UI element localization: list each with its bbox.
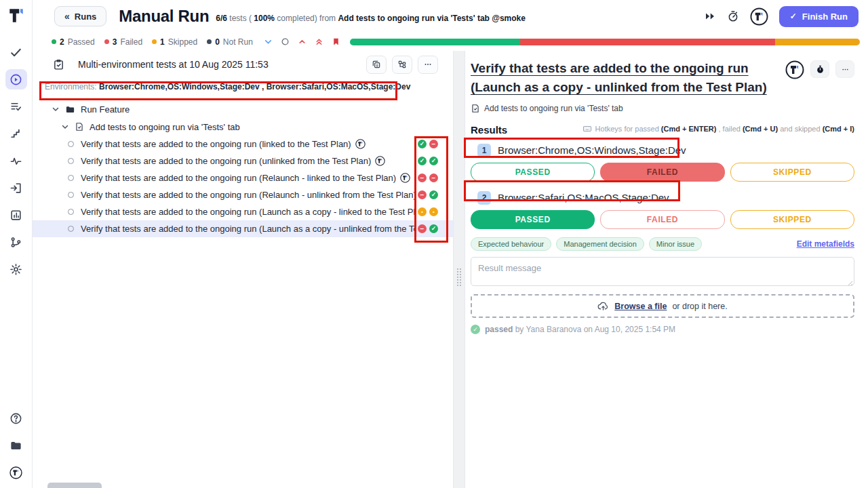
test-row[interactable]: Verify that tests are added to the ongoi… <box>33 169 453 186</box>
top-header: « Runs Manual Run 6/6 tests ( 100% compl… <box>33 0 868 33</box>
env-status-pair <box>418 174 438 182</box>
result-message-input[interactable] <box>471 257 854 286</box>
chevron-up-icon[interactable] <box>298 37 307 46</box>
feature-label: Run Feature <box>81 104 130 115</box>
test-row[interactable]: Verify that tests are added to the ongoi… <box>33 186 453 203</box>
suite-doc-icon <box>471 104 480 113</box>
test-row[interactable]: Verify that tests are added to the ongoi… <box>33 152 453 169</box>
more-options-button[interactable] <box>835 60 854 78</box>
chevron-down-icon[interactable] <box>61 123 69 131</box>
failed-status-icon <box>418 190 427 199</box>
environment-result-2: 2 Browser:Safari,OS:MacOS,Stage:Dev <box>471 188 854 207</box>
tag-expected-behaviour[interactable]: Expected behaviour <box>471 237 551 251</box>
env-number-badge: 1 <box>477 144 491 157</box>
stopwatch-button[interactable] <box>810 60 829 78</box>
skipped-button-env1[interactable]: SKIPPED <box>730 163 854 182</box>
back-to-runs-button[interactable]: « Runs <box>54 6 106 26</box>
testomat-badge-icon <box>375 156 385 166</box>
file-dropzone[interactable]: Browse a file or drop it here. <box>471 294 854 318</box>
chevron-down-icon[interactable] <box>264 37 273 46</box>
env-name: Browser:Safari,OS:MacOS,Stage:Dev <box>498 192 669 203</box>
passed-button-env1[interactable]: PASSED <box>471 163 595 182</box>
failed-button-env1-selected[interactable]: FAILED <box>600 163 724 182</box>
test-detail-title[interactable]: Verify that tests are added to the ongoi… <box>471 59 785 97</box>
page-title: Manual Run <box>119 7 209 26</box>
tag-minor-issue[interactable]: Minor issue <box>649 237 702 251</box>
sidebar-item-branches[interactable] <box>5 232 27 252</box>
splitter-drag-handle-icon[interactable] <box>456 268 462 287</box>
avatar-logo-icon[interactable] <box>5 462 27 483</box>
tree-feature-row[interactable]: Run Feature <box>33 100 453 118</box>
test-bullet-icon <box>68 226 74 232</box>
passed-dot-icon <box>52 39 56 44</box>
failed-status-icon <box>418 174 427 182</box>
circle-icon[interactable] <box>281 37 290 46</box>
tag-management-decision[interactable]: Management decision <box>556 237 644 251</box>
sidebar-item-steps[interactable] <box>5 123 27 144</box>
passed-status-icon <box>429 224 438 233</box>
run-source: Add tests to ongoing run via 'Tests' tab… <box>338 14 526 23</box>
skipped-button-env2[interactable]: SKIPPED <box>730 210 854 229</box>
status-summary-row: 2Passed 3Failed 1Skipped 0Not Run <box>33 33 868 51</box>
test-bullet-icon <box>68 141 74 147</box>
back-chevrons-icon: « <box>64 11 70 22</box>
progress-skipped-segment <box>775 39 860 45</box>
help-icon[interactable] <box>5 408 27 428</box>
edit-metafields-link[interactable]: Edit metafields <box>797 239 854 249</box>
browse-file-link[interactable]: Browse a file <box>614 302 667 311</box>
testomat-badge-icon[interactable] <box>785 60 804 79</box>
sidebar-item-settings[interactable] <box>5 259 27 279</box>
passed-button-env2-selected[interactable]: PASSED <box>471 210 595 229</box>
history-byline: by Yana Baranova on Aug 10, 2025 1:54 PM <box>513 325 675 334</box>
tests-count: 6/6 <box>216 14 227 23</box>
double-chevron-up-icon[interactable] <box>315 37 323 46</box>
failed-status-icon <box>418 224 427 233</box>
env-status-pair <box>418 157 438 165</box>
skipped-dot-icon <box>152 39 157 44</box>
run-name: Multi-environment tests at 10 Aug 2025 1… <box>78 59 269 70</box>
finish-run-button[interactable]: ✓ Finish Run <box>779 6 859 27</box>
copy-run-button[interactable] <box>366 56 387 74</box>
result-history-line: passed by Yana Baranova on Aug 10, 2025 … <box>471 325 854 334</box>
env-name: Browser:Chrome,OS:Windows,Stage:Dev <box>498 144 686 156</box>
sidebar-item-plans[interactable] <box>5 96 27 117</box>
sidebar-item-pulse[interactable] <box>5 150 27 171</box>
sidebar-item-runs[interactable] <box>5 69 27 89</box>
clipboard-check-icon <box>53 59 64 70</box>
skipped-status-icon <box>429 207 438 216</box>
failed-button-env2[interactable]: FAILED <box>600 210 724 229</box>
env-status-pair <box>418 224 438 233</box>
tree-suite-row[interactable]: Add tests to ongoing run via 'Tests' tab <box>33 118 453 136</box>
hotkeys-hint: Hotkeys for passed (Cmd + ENTER) , faile… <box>583 124 854 134</box>
horizontal-scrollbar-thumb[interactable] <box>47 483 102 488</box>
timer-icon[interactable] <box>727 10 739 22</box>
icon-sidebar <box>0 0 33 488</box>
env-status-pair <box>418 190 438 199</box>
bookmark-icon[interactable] <box>332 37 340 46</box>
panel-splitter[interactable] <box>453 51 465 488</box>
check-icon: ✓ <box>790 12 797 21</box>
tree-view-button[interactable] <box>392 56 412 74</box>
status-buttons-env1: PASSED FAILED SKIPPED <box>471 163 854 182</box>
test-row[interactable]: Verify that tests are added to the ongoi… <box>33 136 453 152</box>
folder-icon[interactable] <box>5 435 27 455</box>
sidebar-item-import[interactable] <box>5 178 27 198</box>
progress-passed-segment <box>350 39 520 45</box>
test-bullet-icon <box>68 158 74 164</box>
test-row-selected[interactable]: Verify that tests are added to the ongoi… <box>33 220 453 237</box>
progress-failed-segment <box>520 39 775 45</box>
suite-breadcrumb[interactable]: Add tests to ongoing run via 'Tests' tab <box>471 104 854 113</box>
environments-value: Browser:Chrome,OS:Windows,Stage:Dev , Br… <box>99 82 410 92</box>
skipped-count: 1Skipped <box>152 37 197 47</box>
test-row[interactable]: Verify that tests are added to the ongoi… <box>33 203 453 220</box>
passed-count: 2Passed <box>52 37 95 47</box>
notrun-count: 0Not Run <box>207 37 253 47</box>
fast-forward-icon[interactable] <box>704 10 716 22</box>
user-avatar[interactable] <box>750 7 768 26</box>
more-options-button[interactable] <box>418 56 438 74</box>
sidebar-item-reports[interactable] <box>5 205 27 225</box>
chevron-down-icon[interactable] <box>52 105 60 113</box>
sidebar-item-tests[interactable] <box>5 42 27 62</box>
metafield-tags-row: Expected behaviour Management decision M… <box>471 237 854 251</box>
testomat-logo-icon[interactable] <box>7 7 25 24</box>
